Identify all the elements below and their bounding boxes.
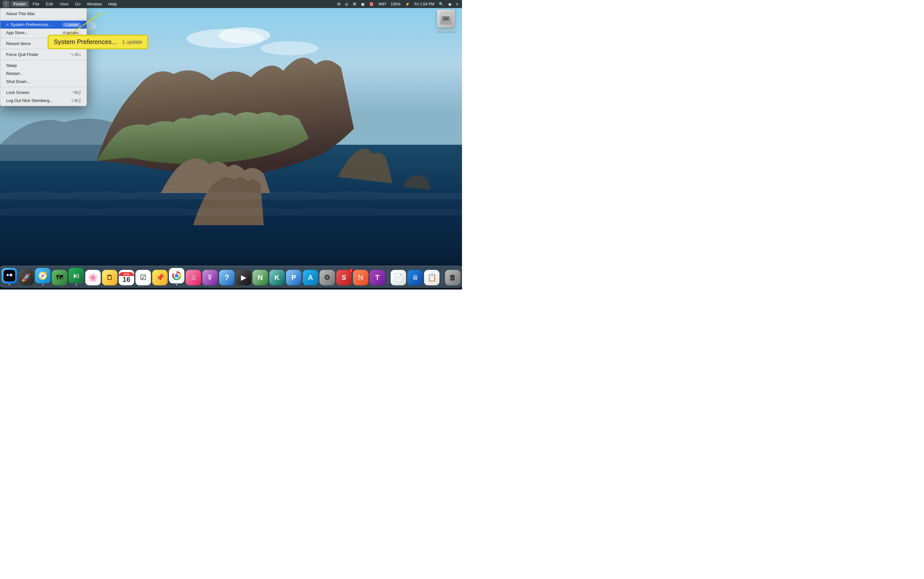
- appstore-icon: A: [303, 270, 318, 285]
- menu-item-lock-screen-label: Lock Screen: [6, 90, 29, 95]
- menu-item-sleep-label: Sleep: [6, 63, 17, 68]
- menu-item-force-quit[interactable]: Force Quit Finder ⌥⌘⎋: [0, 51, 87, 59]
- calendar-icon: APR 16: [119, 270, 134, 285]
- menu-item-lock-screen[interactable]: Lock Screen ^⌘Q: [0, 88, 87, 96]
- svg-point-4: [261, 41, 319, 55]
- menu-item-force-quit-label: Force Quit Finder: [6, 52, 39, 57]
- callout-badge: 1 update: [122, 39, 142, 45]
- dock-item-appstore[interactable]: A: [303, 270, 318, 285]
- setapp-icon: S 2: [336, 270, 352, 285]
- photos-icon: 🌸: [85, 270, 101, 285]
- desktop2-icon: 🖥: [407, 270, 423, 285]
- typeface-icon: T: [370, 270, 385, 285]
- menubar-mimestream-icon[interactable]: M: [336, 1, 342, 7]
- menubar-finder[interactable]: Finder: [11, 1, 29, 7]
- chrome-dot: [176, 284, 177, 285]
- menubar-remote-icon[interactable]: ⌘: [351, 1, 358, 7]
- reminders-icon: ☑: [136, 270, 151, 285]
- dock-item-help[interactable]: ?: [219, 270, 234, 285]
- menubar-go[interactable]: Go: [72, 1, 83, 7]
- chrome-icon: [169, 268, 184, 283]
- menubar-screen-icon[interactable]: ▣: [360, 1, 366, 7]
- dock-item-spotify[interactable]: ⏯: [69, 268, 84, 285]
- finder-dot: [9, 284, 10, 285]
- menubar-datetime[interactable]: Fri 1:04 PM: [413, 1, 436, 7]
- menubar-right: M ◎ ⌘ ▣ 🇨🇦 WiFi 100% ⚡ Fri 1:04 PM 🔍 ◉ ≡: [336, 1, 460, 7]
- dock-item-launchpad[interactable]: 🚀: [18, 270, 34, 285]
- dock-item-maps[interactable]: 🗺: [52, 270, 67, 285]
- podcasts-icon: 🎙: [202, 270, 218, 285]
- menu-item-shutdown-label: Shut Down...: [6, 79, 30, 84]
- usb-drive[interactable]: USB DRIVE: [437, 10, 456, 33]
- notchmeister-icon: N: [353, 270, 368, 285]
- trash-icon: 🗑: [445, 270, 460, 285]
- menu-item-restart-label: Restart...: [6, 71, 23, 76]
- dock-item-desktop[interactable]: 🖥: [407, 270, 423, 285]
- menubar-battery-icon[interactable]: ⚡: [404, 1, 411, 7]
- menubar-window[interactable]: Window: [84, 1, 104, 7]
- menubar-radar-icon[interactable]: ◎: [343, 1, 349, 7]
- menubar-flag-icon[interactable]: 🇨🇦: [368, 1, 375, 7]
- dock-item-reminders[interactable]: ☑: [136, 270, 151, 285]
- file-icon: 📄: [391, 270, 406, 285]
- dock-item-system-prefs[interactable]: ⚙: [319, 270, 335, 285]
- menubar-help[interactable]: Help: [106, 1, 119, 7]
- menubar-search-icon[interactable]: 🔍: [438, 1, 445, 7]
- menubar-siri-icon[interactable]: ◉: [447, 1, 453, 7]
- menu-item-logout[interactable]: Log Out Nick Steinberg... ⇧⌘Q: [0, 96, 87, 105]
- dock-item-numbers[interactable]: N: [253, 270, 268, 285]
- dock-item-podcasts[interactable]: 🎙: [202, 270, 218, 285]
- dock-separator-1: [388, 269, 388, 285]
- dock-item-music[interactable]: ♫: [186, 270, 201, 285]
- dock-item-pages[interactable]: P: [286, 270, 301, 285]
- menubar-controlcenter-icon[interactable]: ≡: [455, 1, 460, 7]
- dock-item-appletv[interactable]: ▶: [236, 270, 251, 285]
- dock-item-finder[interactable]: [2, 268, 17, 285]
- usb-drive-label: USB DRIVE: [437, 29, 456, 33]
- menubar-left:  Finder File Edit View Go Window Help: [3, 1, 119, 8]
- menubar-file[interactable]: File: [30, 1, 42, 7]
- system-prefs-callout: System Preferences... 1 update: [47, 35, 148, 49]
- svg-point-13: [7, 274, 9, 276]
- notes-icon: 🗒: [102, 270, 118, 285]
- menubar:  Finder File Edit View Go Window Help M…: [0, 0, 462, 8]
- menubar-edit[interactable]: Edit: [43, 1, 56, 7]
- dock-item-safari[interactable]: 🧭: [35, 268, 51, 285]
- dock-item-calendar[interactable]: APR 16: [119, 270, 134, 285]
- usb-drive-svg: [440, 12, 452, 25]
- dock: 🚀 🧭 🗺 ⏯ 🌸 🗒 APR 16: [0, 266, 462, 288]
- appletv-icon: ▶: [236, 270, 251, 285]
- dock-item-trash[interactable]: 🗑: [445, 270, 460, 285]
- apple-menu-button[interactable]: : [3, 1, 10, 8]
- system-prefs-icon: ⚙: [319, 270, 335, 285]
- menu-item-logout-label: Log Out Nick Steinberg...: [6, 98, 53, 103]
- logout-shortcut: ⇧⌘Q: [71, 98, 81, 103]
- menu-item-restart[interactable]: Restart...: [0, 69, 87, 77]
- dock-item-notes[interactable]: 🗒: [102, 270, 118, 285]
- dock-item-keynote[interactable]: K: [269, 270, 285, 285]
- lock-screen-shortcut: ^⌘Q: [72, 90, 81, 95]
- dock-item-setapp[interactable]: S 2: [336, 270, 352, 285]
- separator-5: [0, 87, 87, 87]
- svg-point-16: [175, 274, 178, 278]
- dock-item-stickies[interactable]: 📌: [152, 270, 168, 285]
- menubar-battery-percent: 100%: [389, 1, 402, 7]
- menubar-view[interactable]: View: [57, 1, 71, 7]
- menu-item-sleep[interactable]: Sleep: [0, 61, 87, 69]
- safari-icon: 🧭: [35, 268, 51, 283]
- svg-rect-10: [3, 270, 15, 281]
- menu-item-about-label: About This Mac: [6, 11, 35, 16]
- dock-item-notchmeister[interactable]: N: [353, 270, 368, 285]
- svg-rect-9: [443, 17, 448, 20]
- dock-item-chrome[interactable]: [169, 268, 184, 285]
- svg-point-3: [219, 27, 270, 43]
- dock-item-typeface[interactable]: T: [370, 270, 385, 285]
- dock-item-photos[interactable]: 🌸: [85, 270, 101, 285]
- svg-point-14: [10, 274, 12, 276]
- svg-line-6: [67, 12, 102, 36]
- dock-item-docs[interactable]: 📋: [424, 270, 440, 285]
- launchpad-icon: 🚀: [18, 270, 34, 285]
- menubar-wifi-icon[interactable]: WiFi: [377, 1, 388, 7]
- menu-item-shutdown[interactable]: Shut Down...: [0, 77, 87, 85]
- dock-item-file[interactable]: 📄: [391, 270, 406, 285]
